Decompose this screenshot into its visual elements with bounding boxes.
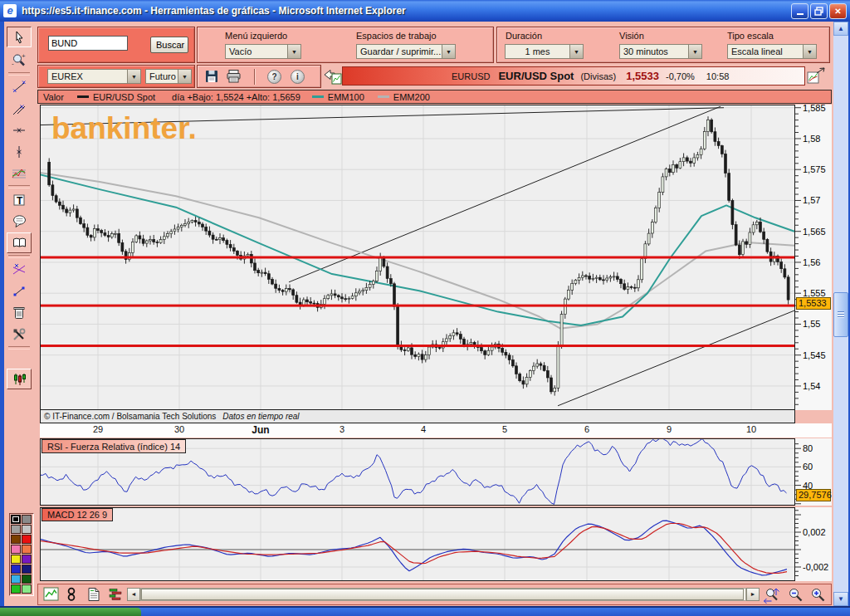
title-bar[interactable]: e https://es5.it-finance.com - Herramien… [0, 0, 850, 22]
text-tool[interactable]: T [7, 189, 32, 210]
palette-color[interactable] [22, 555, 32, 564]
search-input[interactable] [48, 36, 128, 51]
channel-line-tool[interactable] [7, 98, 32, 119]
indicators-tool[interactable] [7, 369, 32, 389]
speech-bubble-icon [12, 214, 27, 228]
menu-left-dropdown[interactable]: Vacío▼ [225, 44, 301, 59]
palette-color[interactable] [11, 565, 21, 574]
save-button[interactable] [204, 69, 219, 84]
zoom-tool[interactable]: -+ [7, 49, 32, 70]
close-button[interactable]: ✕ [829, 3, 847, 19]
scale-type-dropdown[interactable]: Escala lineal▼ [727, 44, 817, 59]
delete-lines-tool[interactable] [7, 259, 32, 280]
print-button[interactable] [226, 69, 242, 84]
palette-color[interactable] [11, 584, 21, 594]
svg-text:1,545: 1,545 [803, 350, 826, 360]
palette-color[interactable] [11, 574, 21, 584]
chevron-down-icon[interactable]: ▼ [803, 45, 816, 58]
palette-color[interactable] [11, 545, 21, 554]
palette-color[interactable] [22, 535, 32, 544]
delete-tool[interactable] [7, 302, 32, 323]
duration-dropdown[interactable]: 1 mes▼ [505, 44, 584, 59]
quote-banner[interactable]: EURUSD EUR/USD Spot (Divisas) 1,5533 -0,… [342, 66, 805, 86]
price-axis[interactable]: 1,5851,581,5751,571,5651,561,5551,551,54… [795, 105, 832, 410]
instrument-dropdown[interactable]: Futuro▼ [145, 69, 192, 84]
chart-style-button[interactable] [43, 587, 59, 602]
chevron-down-icon[interactable]: ▼ [442, 45, 455, 58]
open-chart-button[interactable] [807, 66, 828, 86]
macd-chart[interactable] [40, 507, 795, 581]
settings-tool[interactable] [7, 324, 32, 345]
horizontal-line-tool[interactable] [7, 120, 32, 140]
main-chart[interactable] [40, 105, 795, 410]
vertical-scrollbar[interactable]: ▲ ▼ [833, 22, 848, 606]
palette-color[interactable] [22, 565, 32, 574]
emm100-swatch [312, 95, 324, 98]
chevron-down-icon[interactable]: ▼ [127, 70, 140, 83]
trendline-tool[interactable] [7, 76, 32, 97]
exchange-dropdown[interactable]: EUREX▼ [47, 69, 141, 84]
vertical-scrollbar-thumb[interactable] [833, 292, 848, 337]
time-axis[interactable]: 2930Jun3456910 [40, 423, 832, 438]
select-cursor-tool[interactable] [7, 27, 32, 47]
x-axis-label: 29 [86, 424, 110, 434]
scroll-down-button[interactable]: ▼ [833, 592, 848, 606]
book-icon [12, 237, 27, 249]
actions-panel: ? i [197, 65, 321, 88]
back-to-chart-button[interactable] [324, 67, 342, 85]
duration-value: 1 mes [506, 45, 569, 58]
cursor-icon [12, 31, 26, 44]
help-button[interactable]: ? [267, 70, 281, 84]
rsi-label[interactable]: RSI - Fuerza Relativa (índice) 14 [42, 439, 186, 453]
library-tool[interactable] [7, 232, 32, 253]
palette-color[interactable] [22, 584, 32, 594]
market-depth-button[interactable] [108, 587, 123, 602]
emm200-swatch [378, 95, 389, 98]
start-button-sliver[interactable] [0, 608, 141, 616]
depth-bars-icon [108, 587, 123, 602]
svg-text:1,55: 1,55 [803, 319, 820, 329]
workspaces-dropdown[interactable]: Guardar / suprimir...▼ [356, 44, 456, 59]
scroll-up-button[interactable]: ▲ [833, 22, 848, 36]
search-button[interactable]: Buscar [150, 37, 188, 53]
palette-color[interactable] [22, 515, 32, 524]
fibonacci-tool[interactable] [7, 163, 32, 183]
macd-axis[interactable]: 0,002-0,002 [795, 507, 832, 581]
vision-dropdown[interactable]: 30 minutos▼ [619, 44, 702, 59]
pan-zoom-button[interactable] [763, 587, 781, 604]
horizontal-scrollbar-thumb[interactable] [141, 589, 744, 600]
palette-color[interactable] [22, 574, 32, 584]
palette-color[interactable] [11, 515, 21, 524]
comment-tool[interactable] [7, 211, 32, 232]
palette-color[interactable] [11, 555, 21, 564]
legend-series: EUR/USD Spot [93, 92, 155, 102]
view-panel: Duración 1 mes▼ Visión 30 minutos▼ Tipo … [496, 27, 830, 63]
scroll-right-button[interactable]: ► [746, 588, 760, 601]
instrument-value: Futuro [146, 70, 178, 83]
price-series-swatch [77, 95, 89, 98]
restore-button[interactable] [810, 3, 828, 19]
vertical-line-tool[interactable] [7, 141, 32, 162]
scroll-left-button[interactable]: ◄ [127, 588, 140, 601]
news-button[interactable] [86, 587, 101, 602]
horizontal-scrollbar[interactable] [140, 588, 746, 601]
segment-tool[interactable] [7, 281, 32, 301]
zoom-in-button[interactable] [809, 587, 827, 604]
bottom-toolbar: ◄ ► [37, 584, 832, 605]
zoom-out-button[interactable] [787, 587, 804, 604]
palette-color[interactable] [11, 525, 21, 534]
chevron-down-icon[interactable]: ▼ [569, 45, 583, 58]
zoom-out-icon [787, 587, 804, 604]
link-charts-button[interactable] [65, 587, 78, 602]
chevron-down-icon[interactable]: ▼ [688, 45, 701, 58]
chevron-down-icon[interactable]: ▼ [178, 70, 191, 83]
palette-color[interactable] [22, 545, 32, 554]
macd-label[interactable]: MACD 12 26 9 [42, 508, 113, 521]
chevron-down-icon[interactable]: ▼ [287, 45, 300, 58]
palette-color[interactable] [22, 525, 32, 534]
palette-color[interactable] [11, 535, 21, 544]
info-button[interactable]: i [291, 70, 305, 84]
trendline-icon [12, 81, 26, 94]
internet-explorer-icon: e [3, 4, 17, 17]
minimize-button[interactable] [791, 3, 808, 19]
